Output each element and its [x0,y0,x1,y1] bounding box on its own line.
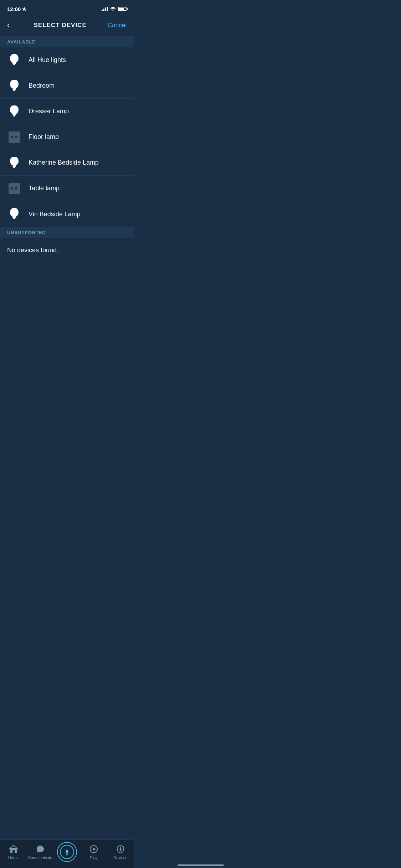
device-item[interactable]: Katherine Bedside Lamp [0,150,134,176]
svg-point-7 [10,105,19,114]
svg-rect-11 [12,165,16,167]
device-name: Vin Bedside Lamp [29,211,81,218]
content: AVAILABLE All Hue lights Be [0,36,134,294]
outlet-icon [7,181,21,196]
device-item[interactable]: Dresser Lamp [0,99,134,124]
device-item[interactable]: Table lamp [0,176,134,201]
svg-rect-5 [12,88,16,90]
back-button[interactable]: ‹ [7,20,12,31]
bulb-icon [7,104,21,119]
available-section-header: AVAILABLE [0,36,134,47]
svg-rect-9 [13,115,15,117]
device-name: Katherine Bedside Lamp [29,159,99,166]
battery-icon [118,7,127,11]
device-name: All Hue lights [29,56,66,64]
device-item[interactable]: Bedroom [0,73,134,99]
wifi-icon [110,7,116,11]
svg-point-0 [113,10,114,11]
signal-icon [102,7,108,11]
bulb-icon [7,156,21,170]
device-name: Bedroom [29,82,55,89]
device-item[interactable]: Vin Bedside Lamp [0,201,134,227]
location-icon [22,7,26,11]
bulb-icon [7,79,21,93]
svg-rect-2 [12,63,16,64]
bulb-icon [7,207,21,221]
nav-header: ‹ SELECT DEVICE Cancel [0,16,134,36]
svg-point-1 [10,54,19,63]
device-item[interactable]: Floor lamp [0,124,134,150]
status-icons [102,7,127,11]
available-device-list: All Hue lights Bedroom Dre [0,47,134,227]
status-bar: 12:00 [0,0,134,16]
svg-rect-14 [12,217,16,218]
svg-point-4 [10,80,19,89]
device-item[interactable]: All Hue lights [0,47,134,73]
status-time: 12:00 [7,6,26,12]
svg-rect-15 [13,218,15,219]
svg-point-13 [10,208,19,217]
no-devices-message: No devices found. [0,238,134,263]
device-name: Table lamp [29,185,60,192]
bulb-icon [7,53,21,67]
svg-point-10 [10,157,19,166]
device-name: Floor lamp [29,133,59,141]
svg-rect-3 [13,64,15,65]
outlet-icon [7,130,21,144]
unsupported-section-header: UNSUPPORTED [0,227,134,238]
cancel-button[interactable]: Cancel [108,22,127,29]
svg-rect-8 [12,114,16,115]
svg-rect-12 [13,167,15,168]
svg-rect-6 [13,90,15,91]
device-name: Dresser Lamp [29,108,69,115]
page-title: SELECT DEVICE [34,22,87,29]
